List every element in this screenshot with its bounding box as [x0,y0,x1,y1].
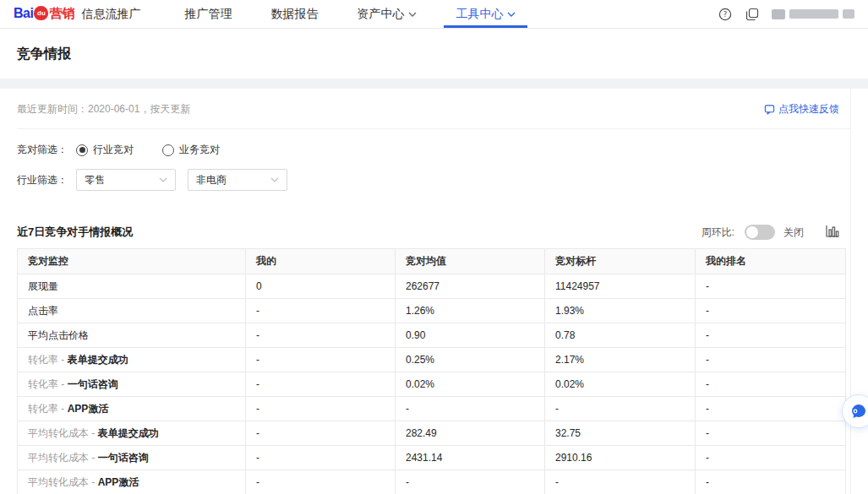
table-row: 点击率 - 1.26% 1.93% - [18,299,846,323]
mine-cell: - [246,397,396,421]
column-header-average: 竞对均值 [396,249,545,274]
nav-item-asset-center[interactable]: 资产中心 [357,0,417,28]
table-row: 转化率 - APP激活 - - - - [18,397,846,421]
bar-chart-icon[interactable] [826,225,839,240]
benchmark-cell: - [545,397,696,421]
table-row: 平均点击价格 - 0.90 0.78 - [18,323,846,348]
column-header-benchmark: 竞对标杆 [545,249,696,274]
baidu-paw-icon: du [34,6,48,20]
column-header-rank: 我的排名 [696,249,846,274]
quick-feedback-link[interactable]: 点我快速反馈 [764,102,839,117]
nav-item-label: 推广管理 [184,7,232,22]
mine-cell: 0 [246,274,396,299]
metric-prefix: 平均转化成本 - [28,427,98,439]
competitor-filter-label: 竞对筛选： [17,143,68,157]
wow-toggle-switch[interactable] [745,225,775,240]
chevron-down-icon [408,12,417,17]
column-header-monitor: 竞对监控 [18,249,246,274]
average-cell: 0.25% [396,348,545,372]
help-icon[interactable]: ? [718,7,733,22]
nav-item-tool-center[interactable]: 工具中心 [456,0,516,28]
metric-name: 一句话咨询 [68,378,118,390]
nav-item-promotion-management[interactable]: 推广管理 [184,0,232,28]
logo-text-bai: Bai [14,6,33,21]
radio-selected-icon [76,144,88,156]
mine-cell: - [246,299,396,323]
rank-cell: - [696,323,846,348]
metric-cell: 点击率 [18,299,246,323]
benchmark-cell: 32.75 [545,421,696,446]
metric-name: APP激活 [98,476,139,488]
overview-section-header: 近7日竞争对手情报概况 周环比: 关闭 [0,225,868,240]
industry-select[interactable]: 零售 [76,169,176,191]
mine-cell: - [246,421,396,446]
main-panel: 最近更新时间：2020-06-01，按天更新 点我快速反馈 竞对筛选： 行业竞对… [0,89,868,494]
benchmark-cell: 0.02% [545,372,696,397]
baidu-logo[interactable]: Bai du 营销 [14,6,74,22]
metric-name: 表单提交成功 [68,354,128,366]
metric-cell: 展现量 [18,274,246,299]
mine-cell: - [246,446,396,470]
chevron-down-icon [159,177,167,182]
page-title: 竞争情报 [17,46,851,63]
industry-select-value: 零售 [85,173,105,187]
benchmark-cell: - [545,470,696,494]
table-body: 展现量 0 262677 11424957 - 点击率 - 1.26% 1.93… [18,274,846,494]
table-row: 平均转化成本 - APP激活 - - - - [18,470,846,494]
rank-cell: - [696,421,846,446]
nav-item-data-report[interactable]: 数据报告 [270,0,318,28]
rank-cell: - [696,274,846,299]
section-divider [0,79,868,89]
section-tools: 周环比: 关闭 [701,225,839,240]
multi-window-icon[interactable] [745,7,760,22]
metric-name: 平均点击价格 [28,329,89,341]
sub-industry-select[interactable]: 非电商 [188,169,287,191]
meta-row: 最近更新时间：2020-06-01，按天更新 点我快速反馈 [0,102,868,117]
last-update-time: 最近更新时间：2020-06-01，按天更新 [17,102,190,117]
metric-cell: 转化率 - 表单提交成功 [18,348,246,372]
rank-cell: - [696,470,846,494]
metric-name: APP激活 [68,403,109,415]
mine-cell: - [246,372,396,397]
table-row: 转化率 - 一句话咨询 - 0.02% 0.02% - [18,372,846,397]
average-cell: 0.02% [396,372,545,397]
metric-prefix: 平均转化成本 - [28,452,98,464]
radio-business-competitor[interactable]: 业务竞对 [162,143,220,157]
table-row: 平均转化成本 - 一句话咨询 - 2431.14 2910.16 - [18,446,846,470]
wow-toggle-state: 关闭 [783,225,804,240]
metric-name: 点击率 [28,305,58,317]
metric-prefix: 平均转化成本 - [28,476,98,488]
chevron-down-icon [270,177,279,182]
overview-section-title: 近7日竞争对手情报概况 [17,225,133,240]
radio-industry-competitor[interactable]: 行业竞对 [76,143,134,157]
metric-cell: 平均转化成本 - 一句话咨询 [18,446,246,470]
nav-menu: 推广管理 数据报告 资产中心 工具中心 [184,0,516,28]
average-cell: 1.26% [396,299,545,323]
metric-cell: 平均转化成本 - APP激活 [18,470,246,494]
divider [17,128,851,129]
rank-cell: - [696,446,846,470]
nav-item-label: 工具中心 [456,7,503,22]
average-cell: - [396,470,545,494]
average-cell: - [396,397,545,421]
average-cell: 0.90 [396,323,545,348]
metric-prefix: 转化率 - [28,354,68,366]
page-header: 竞争情报 [0,29,868,79]
benchmark-cell: 2.17% [545,348,696,372]
average-cell: 262677 [396,274,545,299]
benchmark-cell: 2910.16 [545,446,696,470]
metric-prefix: 转化率 - [28,403,68,415]
nav-item-label: 数据报告 [270,7,318,22]
radio-unselected-icon [162,144,174,156]
nav-right-tools: ? [718,7,854,22]
competitor-overview-table: 竞对监控 我的 竞对均值 竞对标杆 我的排名 展现量 0 262677 1142… [17,248,846,494]
product-name[interactable]: 信息流推广 [81,7,140,22]
user-name-redacted[interactable] [772,9,854,19]
table-row: 转化率 - 表单提交成功 - 0.25% 2.17% - [18,348,846,372]
industry-filter-row: 行业筛选： 零售 非电商 [0,169,868,191]
table-row: 平均转化成本 - 表单提交成功 - 282.49 32.75 - [18,421,846,446]
feedback-link-label: 点我快速反馈 [778,102,839,117]
industry-filter-label: 行业筛选： [17,173,68,187]
average-cell: 2431.14 [396,446,545,470]
radio-label: 业务竞对 [179,143,220,157]
